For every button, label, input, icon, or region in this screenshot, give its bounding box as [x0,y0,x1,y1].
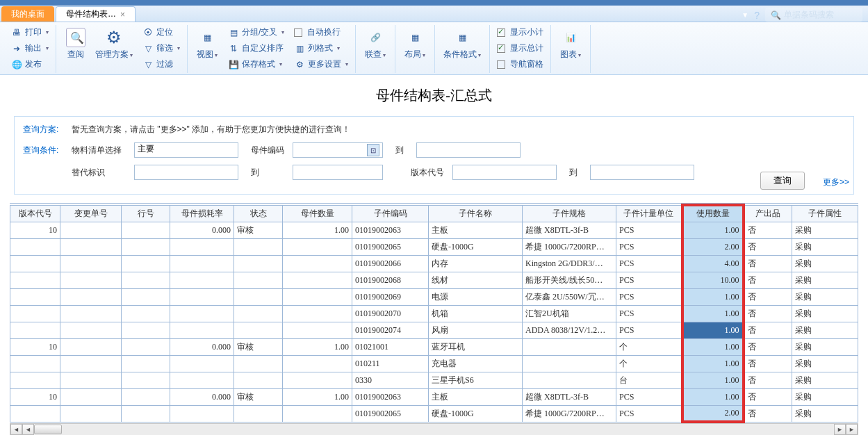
locate-button[interactable]: ⦿定位 [140,25,183,40]
page-title: 母件结构表-汇总式 [0,75,868,116]
column-header[interactable]: 子件名称 [429,205,523,222]
ribbon: 打印▾ 输出▾ 发布 查阅 ⚙管理方案▾ ⦿定位 ▽筛选▾ ▽过滤 ▦视图▾ ▤… [0,22,868,75]
publish-button[interactable]: 发布 [8,57,51,72]
checkbox-icon [497,28,505,37]
table-row[interactable]: 01019002069电源亿泰鑫 2U/550W/冗…PCS1.00否采购 [10,288,858,305]
table-row[interactable]: 010211充电器个1.00否采购 [10,355,858,372]
dropdown-icon[interactable]: ▼ [742,11,748,19]
link-button[interactable]: 🔗联查▾ [360,25,391,62]
column-header[interactable]: 状态 [234,205,283,222]
gear-icon: ⚙ [103,26,125,49]
filter2-button[interactable]: ▽过滤 [140,57,183,72]
version-input[interactable] [452,165,557,180]
subtotal-check[interactable]: 显示小计 [494,25,546,40]
tab-strip: 我的桌面 母件结构表…× ▼ ? 🔍 单据条码搜索 [0,6,868,22]
print-icon [11,27,22,38]
query-submit-button[interactable]: 查询 [760,172,805,190]
locate-icon: ⦿ [142,27,154,38]
scroll-left-icon[interactable]: ◄ [22,424,34,435]
moreset-button[interactable]: ⚙更多设置▾ [291,57,351,72]
grandtotal-check[interactable]: 显示总计 [494,41,546,56]
horizontal-scrollbar[interactable]: ◄ ◄ ► ► [10,423,858,435]
colfmt-button[interactable]: ▥列格式▾ [291,41,351,56]
group-icon: ▤ [228,27,239,38]
close-icon[interactable]: × [120,10,125,19]
layout-button[interactable]: ▦布局▾ [400,25,430,62]
data-table: 版本代号变更单号行号母件损耗率状态母件数量子件编码子件名称子件规格子件计量单位使… [10,203,858,423]
column-header[interactable]: 行号 [122,205,170,222]
picker-icon[interactable]: ⊡ [367,144,379,156]
column-header[interactable]: 子件计量单位 [616,205,682,222]
column-header[interactable]: 子件规格 [523,205,616,222]
version-to-input[interactable] [590,165,694,180]
search-icon [65,26,87,49]
table-row[interactable]: 100.000审核1.0001021001蓝牙耳机个1.00否采购 [10,338,858,355]
grid-icon: ▦ [196,26,218,49]
column-header[interactable]: 母件数量 [283,205,352,222]
chart-icon: 📊 [559,26,582,49]
alt-flag-to-input[interactable] [293,165,383,180]
export-icon [11,43,22,54]
checkbox-icon [294,28,302,37]
query-cond-label: 查询条件: [23,145,72,156]
export-button[interactable]: 输出▾ [8,41,51,56]
table-row[interactable]: 01019002068线材船形开关线/线长50…PCS10.00否采购 [10,272,858,288]
scroll-left-icon[interactable]: ◄ [10,424,22,435]
chart-button[interactable]: 📊图表▾ [555,25,586,62]
view-button[interactable]: ▦视图▾ [192,25,222,72]
column-header[interactable]: 子件属性 [792,205,858,222]
query-button[interactable]: 查阅 [60,25,91,72]
column-header[interactable]: 母件损耗率 [170,205,234,222]
table-row[interactable]: 01019002065硬盘-1000G希捷 1000G/7200RP…PCS2.… [10,405,858,422]
gear-icon: ⚙ [294,59,305,70]
group-button[interactable]: ▤分组/交叉▾ [225,25,287,40]
layout-icon: ▦ [404,26,426,49]
query-plan-tip: 暂无查询方案，请点击 "更多>>" 添加，有助于您更加方便快捷的进行查询！ [72,124,350,136]
publish-icon [11,59,22,70]
barcode-search[interactable]: 🔍 单据条码搜索 [765,8,862,22]
tab-desktop[interactable]: 我的桌面 [1,6,54,22]
scroll-right-icon[interactable]: ► [846,424,858,435]
link-icon: 🔗 [364,26,386,49]
autowrap-check[interactable]: 自动换行 [291,25,351,40]
column-header[interactable]: 子件编码 [352,205,429,222]
column-icon: ▥ [294,43,305,54]
table-row[interactable]: 100.000审核1.0001019002063主板超微 X8DTL-3f-BP… [10,388,858,405]
alt-flag-input[interactable] [134,165,238,180]
checkbox-icon [497,60,505,69]
condfmt-icon: ▦ [451,26,473,49]
table-row[interactable]: 0330三星手机S6台1.00否采购 [10,372,858,388]
navpane-check[interactable]: 导航窗格 [494,57,546,72]
scroll-right-icon[interactable]: ► [834,424,846,435]
table-row[interactable]: 01019002074风扇ADDA 8038/12V/1.2…PCS1.00否采… [10,322,858,338]
column-header[interactable]: 版本代号 [10,205,60,222]
help-icon[interactable]: ? [754,10,760,21]
query-plan-label: 查询方案: [23,124,72,136]
bom-select-input[interactable]: 主要 [134,142,238,158]
table-row[interactable]: 01019002065硬盘-1000G希捷 1000G/7200RP…PCS2.… [10,238,858,255]
sort-button[interactable]: ⇅自定义排序 [225,41,287,56]
sort-icon: ⇅ [228,43,239,54]
checkbox-icon [497,44,505,53]
column-header[interactable]: 使用数量 [682,205,744,222]
funnel-icon: ▽ [142,59,154,70]
save-icon: 💾 [228,59,239,70]
table-row[interactable]: 100.000审核1.0001019002063主板超微 X8DTL-3f-BP… [10,222,858,238]
parent-code-to-input[interactable] [416,142,521,158]
parent-code-input[interactable]: ⊡ [293,142,383,158]
more-link[interactable]: 更多>> [823,177,849,188]
search-icon: 🔍 [771,10,781,20]
save-fmt-button[interactable]: 💾保存格式▾ [225,57,287,72]
print-button[interactable]: 打印▾ [8,25,51,40]
manage-plan-button[interactable]: ⚙管理方案▾ [91,25,137,72]
table-row[interactable]: 01019002070机箱汇智2U机箱PCS1.00否采购 [10,305,858,322]
query-panel: 查询方案: 暂无查询方案，请点击 "更多>>" 添加，有助于您更加方便快捷的进行… [14,116,854,195]
column-header[interactable]: 产出品 [744,205,792,222]
condfmt-button[interactable]: ▦条件格式▾ [439,25,485,62]
filter-button[interactable]: ▽筛选▾ [140,41,183,56]
funnel-icon: ▽ [142,43,154,54]
table-row[interactable]: 01019002066内存Kingston 2G/DDR3/…PCS4.00否采… [10,255,858,272]
scroll-thumb[interactable] [34,425,62,434]
tab-main[interactable]: 母件结构表…× [56,6,136,22]
column-header[interactable]: 变更单号 [60,205,122,222]
